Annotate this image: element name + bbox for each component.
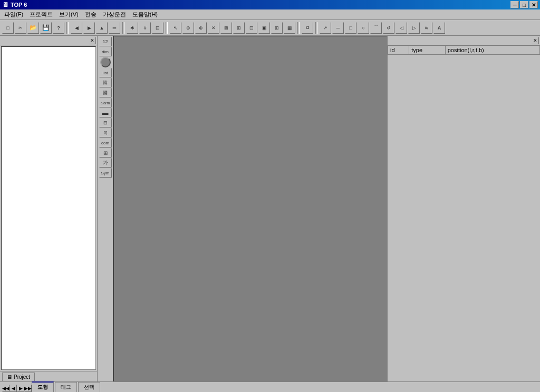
toolbar-nav-right-button[interactable]: ▶ (83, 22, 95, 34)
app-title: TOP 6 (11, 2, 27, 8)
col-position: position(l,r,t,b) (445, 46, 539, 55)
tab-tag[interactable]: 태그 (55, 382, 77, 392)
toolbar-tb8-button[interactable]: ⊠ (220, 22, 232, 34)
toolbar-line-button[interactable]: ─ (332, 22, 344, 34)
side-btn-korean1[interactable]: 韓 (99, 78, 112, 87)
toolbar-tb7-button[interactable]: ✕ (208, 22, 219, 34)
title-bar-left: 🖥 TOP 6 (2, 1, 27, 8)
col-id: id (388, 46, 409, 55)
project-tab[interactable]: 🖥Project (2, 373, 35, 381)
side-btn-dim[interactable]: dim (99, 47, 112, 56)
side-btn-table[interactable]: ⊞ (99, 148, 112, 158)
right-panel-close-button[interactable]: ✕ (532, 37, 539, 44)
project-tab-label: Project (14, 374, 30, 380)
menu-item-project[interactable]: 프로젝트 (26, 9, 56, 19)
tab-select[interactable]: 선택 (78, 382, 100, 392)
toolbar-nav-extra-button[interactable]: ═ (109, 22, 120, 34)
title-bar-controls: ─ □ ✕ (510, 1, 538, 8)
toolbar-help-button[interactable]: ? (53, 22, 64, 34)
toolbar-tb3-button[interactable]: ⊟ (152, 22, 163, 34)
toolbar-tb2-button[interactable]: # (139, 22, 151, 34)
left-panel-close-button[interactable]: ✕ (89, 37, 96, 44)
side-btn-12[interactable]: 12 (99, 37, 112, 46)
menu-bar: 파일(F)프로젝트보기(V)전송가상운전도움말(H) (0, 9, 540, 20)
left-panel: ✕ 🖥Project (0, 36, 98, 381)
toolbar-tb1-button[interactable]: ✱ (127, 22, 138, 34)
toolbar-separator-2 (122, 22, 124, 34)
bottom-tabs: ◀◀ ◀ ▶ ▶▶ 도형 태그 선택 (0, 381, 540, 392)
close-button[interactable]: ✕ (529, 1, 538, 8)
left-panel-content (1, 46, 96, 370)
toolbar-tb10-button[interactable]: ⊡ (246, 22, 257, 34)
side-btn-list[interactable]: list (99, 68, 112, 77)
toolbar-circle-button[interactable]: ○ (358, 22, 369, 34)
canvas-area[interactable] (113, 36, 387, 381)
toolbar-tb6-button[interactable]: ⊕ (195, 22, 207, 34)
menu-item-simulation[interactable]: 가상운전 (100, 9, 129, 19)
menu-item-file[interactable]: 파일(F) (1, 9, 26, 19)
side-btn-io1[interactable]: ⊟ (99, 118, 112, 128)
left-side-toolbar: 12 dim list 韓 國 alarm ▬ ⊟ 꼭 com ⊞ 가 Sym (98, 36, 113, 381)
toolbar-separator-1 (66, 22, 69, 34)
toolbar-tb14-button[interactable]: ⧉ (302, 22, 313, 34)
left-panel-tab-bar: 🖥Project (0, 371, 97, 381)
toolbar-new-button[interactable]: □ (2, 22, 14, 34)
toolbar-arc-button[interactable]: ⌒ (370, 22, 382, 34)
side-btn-circle[interactable] (100, 57, 111, 67)
main-layout: ✕ 🖥Project 12 dim list 韓 國 alarm ▬ ⊟ 꼭 c… (0, 36, 540, 381)
title-bar: 🖥 TOP 6 ─ □ ✕ (0, 0, 540, 9)
toolbar-next-button[interactable]: ▷ (408, 22, 420, 34)
side-btn-korean2[interactable]: 國 (99, 88, 112, 97)
toolbar-nav-up-button[interactable]: ▲ (96, 22, 108, 34)
toolbar-text-button[interactable]: A (433, 22, 445, 34)
toolbar-select-button[interactable]: ↗ (320, 22, 331, 34)
tab-nav-next-button[interactable]: ▶ (17, 385, 24, 392)
toolbar-wave-button[interactable]: ≋ (421, 22, 432, 34)
tab-select-label: 선택 (84, 384, 94, 390)
toolbar-tb4-button[interactable]: ↖ (170, 22, 181, 34)
project-tab-icon: 🖥 (7, 374, 12, 380)
toolbar-save-button[interactable]: 💾 (40, 22, 52, 34)
right-panel: ✕ id type position(l,r,t,b) (387, 36, 540, 381)
tab-draw-label: 도형 (37, 384, 48, 390)
tab-nav-first-button[interactable]: ◀◀ (2, 385, 9, 392)
minimize-button[interactable]: ─ (510, 1, 519, 8)
toolbar-rect-button[interactable]: □ (345, 22, 356, 34)
toolbar-tb9-button[interactable]: ⊞ (233, 22, 245, 34)
toolbar-prev-button[interactable]: ◁ (396, 22, 407, 34)
app-icon: 🖥 (2, 1, 8, 8)
side-btn-alarm[interactable]: alarm (99, 98, 112, 107)
side-btn-com[interactable]: com (99, 138, 112, 148)
toolbar-tb11-button[interactable]: ▣ (258, 22, 270, 34)
menu-item-help[interactable]: 도움말(H) (129, 9, 161, 19)
toolbar-separator-5 (315, 22, 317, 34)
tab-draw[interactable]: 도형 (32, 381, 54, 392)
properties-table: id type position(l,r,t,b) (388, 45, 540, 55)
toolbar-rotate-button[interactable]: ↺ (383, 22, 394, 34)
tab-nav-prev-button[interactable]: ◀ (9, 385, 17, 392)
side-btn-sym[interactable]: Sym (99, 168, 112, 178)
toolbar-separator-4 (297, 22, 300, 34)
toolbar-cut-button[interactable]: ✂ (15, 22, 26, 34)
right-panel-titlebar: ✕ (388, 36, 540, 45)
toolbar-tb13-button[interactable]: ▦ (284, 22, 295, 34)
toolbar-tb5-button[interactable]: ⊕ (182, 22, 194, 34)
toolbar-nav-left-button[interactable]: ◀ (71, 22, 82, 34)
tab-nav-last-button[interactable]: ▶▶ (24, 385, 32, 392)
toolbar: □ ✂ 📂 💾 ? ◀ ▶ ▲ ═ ✱ # ⊟ ↖ ⊕ ⊕ ✕ ⊠ ⊞ ⊡ ▣ … (0, 20, 540, 36)
menu-item-view[interactable]: 보기(V) (56, 9, 82, 19)
maximize-button[interactable]: □ (520, 1, 528, 8)
side-btn-rect[interactable]: ▬ (99, 108, 112, 117)
right-table: id type position(l,r,t,b) (388, 45, 540, 381)
tab-tag-label: 태그 (61, 384, 71, 390)
side-btn-io2[interactable]: 꼭 (99, 128, 112, 138)
menu-item-transfer[interactable]: 전송 (82, 9, 100, 19)
side-btn-text[interactable]: 가 (99, 158, 112, 168)
col-type: type (409, 46, 445, 55)
left-panel-titlebar: ✕ (0, 36, 97, 45)
toolbar-tb12-button[interactable]: ⊞ (271, 22, 283, 34)
toolbar-separator-3 (166, 22, 168, 34)
toolbar-open-button[interactable]: 📂 (27, 22, 39, 34)
